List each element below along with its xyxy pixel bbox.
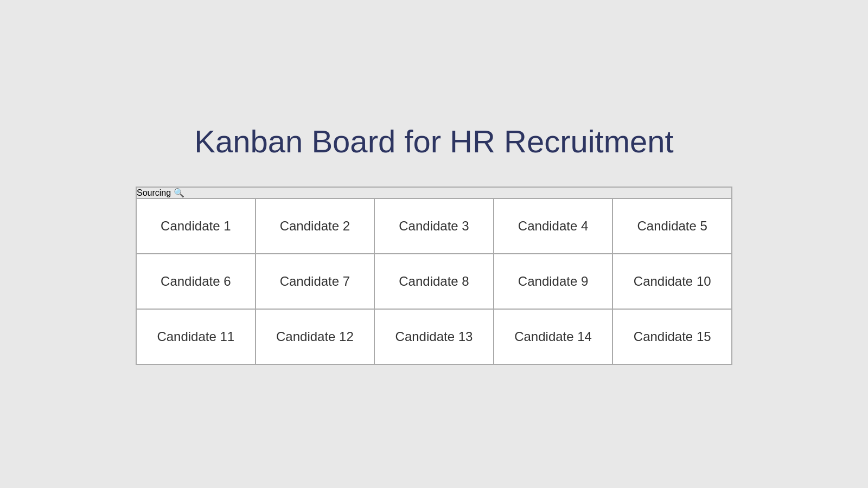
- candidate-cell[interactable]: Candidate 3: [374, 198, 494, 254]
- candidate-cell[interactable]: Candidate 2: [256, 198, 375, 254]
- candidate-cell[interactable]: Candidate 8: [374, 254, 494, 309]
- candidate-cell[interactable]: Candidate 14: [494, 309, 613, 364]
- candidate-cell[interactable]: Candidate 11: [136, 309, 256, 364]
- candidate-cell[interactable]: Candidate 9: [494, 254, 613, 309]
- candidate-cell[interactable]: Candidate 12: [256, 309, 375, 364]
- candidate-cell[interactable]: Candidate 6: [136, 254, 256, 309]
- candidate-cell[interactable]: Candidate 4: [494, 198, 613, 254]
- column-header-row: Sourcing 🔍: [136, 187, 732, 198]
- candidate-cell[interactable]: Candidate 1: [136, 198, 256, 254]
- candidate-cell[interactable]: Candidate 15: [612, 309, 732, 364]
- candidate-cell[interactable]: Candidate 13: [374, 309, 494, 364]
- table-row: Candidate 1Candidate 2Candidate 3Candida…: [136, 198, 732, 254]
- table-row: Candidate 11Candidate 12Candidate 13Cand…: [136, 309, 732, 364]
- candidate-cell[interactable]: Candidate 10: [612, 254, 732, 309]
- candidate-cell[interactable]: Candidate 5: [612, 198, 732, 254]
- kanban-board: Sourcing 🔍 Candidate 1Candidate 2Candida…: [136, 187, 732, 365]
- page-title: Kanban Board for HR Recruitment: [194, 123, 673, 159]
- candidate-cell[interactable]: Candidate 7: [256, 254, 375, 309]
- table-row: Candidate 6Candidate 7Candidate 8Candida…: [136, 254, 732, 309]
